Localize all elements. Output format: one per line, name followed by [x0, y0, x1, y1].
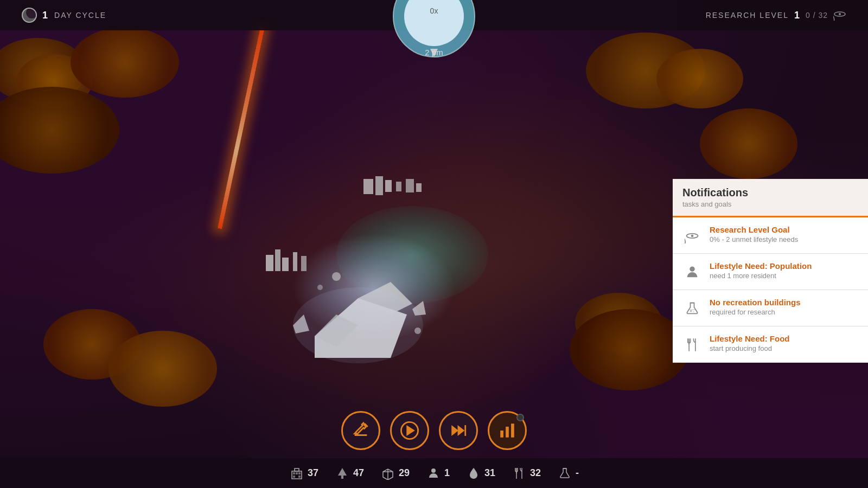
- resource-trees: 47: [335, 466, 364, 481]
- box-icon: [380, 466, 395, 481]
- resource-boxes: 29: [380, 466, 410, 481]
- notification-research-goal[interactable]: Research Level Goal 0% - 2 unmet lifesty…: [673, 217, 868, 254]
- stats-notification-dot: [516, 414, 524, 421]
- tree-cluster-11: [700, 108, 797, 179]
- clock-wheel-container: 0x 2 pm: [391, 0, 477, 60]
- atom-icon: [833, 8, 846, 23]
- moon-icon: [22, 8, 37, 23]
- tree-cluster-10: [570, 309, 689, 390]
- clock-time: 2 pm: [425, 48, 443, 57]
- notification-food[interactable]: Lifestyle Need: Food start producing foo…: [673, 326, 868, 363]
- recreation-desc: required for research: [710, 308, 858, 316]
- population-value: 1: [444, 467, 450, 479]
- svg-rect-44: [500, 431, 503, 438]
- recreation-title: No recreation buildings: [710, 298, 858, 307]
- tree-cluster-5: [656, 49, 743, 108]
- notification-population[interactable]: Lifestyle Need: Population need 1 more r…: [673, 254, 868, 290]
- play-button[interactable]: [390, 411, 429, 450]
- fast-forward-button[interactable]: [439, 411, 478, 450]
- svg-point-34: [690, 310, 692, 312]
- svg-marker-39: [406, 425, 415, 436]
- trees-value: 47: [353, 467, 364, 479]
- water-value: 31: [484, 467, 495, 479]
- day-number: 1: [42, 10, 49, 21]
- research-bar: RESEARCH LEVEL 1 0 / 32: [706, 8, 846, 23]
- svg-text:0x: 0x: [430, 7, 438, 15]
- notification-recreation[interactable]: No recreation buildings required for res…: [673, 290, 868, 326]
- svg-rect-46: [511, 423, 514, 438]
- tree-cluster-3: [71, 27, 179, 98]
- boxes-value: 29: [399, 467, 410, 479]
- buildings-value: 37: [308, 467, 318, 479]
- svg-rect-48: [293, 472, 295, 474]
- notifications-title: Notifications: [682, 187, 858, 199]
- population-icon: [682, 262, 702, 282]
- svg-rect-51: [293, 476, 295, 478]
- tree-icon: [335, 466, 350, 481]
- svg-marker-42: [458, 425, 465, 436]
- research-goal-content: Research Level Goal 0% - 2 unmet lifesty…: [710, 225, 858, 243]
- research-goal-desc: 0% - 2 unmet lifestyle needs: [710, 235, 858, 243]
- population-res-icon: [426, 466, 441, 481]
- svg-point-23: [839, 13, 841, 15]
- svg-point-31: [691, 235, 694, 237]
- notifications-panel: Notifications tasks and goals Research L…: [673, 179, 868, 363]
- food-value: 32: [530, 467, 541, 479]
- population-title: Lifestyle Need: Population: [710, 261, 858, 271]
- svg-rect-45: [506, 427, 509, 438]
- stats-button[interactable]: [488, 411, 527, 450]
- resource-food: 32: [512, 466, 541, 481]
- svg-marker-41: [451, 425, 458, 436]
- build-button[interactable]: [341, 411, 380, 450]
- research-progress: 0 / 32: [806, 11, 828, 20]
- crash-site-glow: [293, 233, 456, 342]
- svg-point-29: [685, 233, 687, 243]
- food-res-icon: [512, 466, 527, 481]
- population-desc: need 1 more resident: [710, 272, 858, 280]
- svg-marker-54: [338, 468, 347, 476]
- day-cycle: 1 DAY CYCLE: [22, 8, 106, 23]
- action-buttons: [341, 411, 527, 450]
- svg-point-35: [693, 311, 694, 312]
- resource-buildings: 37: [289, 466, 318, 481]
- bottom-bar: 37 47 29 1: [0, 458, 868, 488]
- research-goal-title: Research Level Goal: [710, 225, 858, 234]
- research-label: RESEARCH LEVEL: [706, 11, 789, 20]
- food-desc: start producing food: [710, 344, 858, 352]
- building-icon: [289, 466, 304, 481]
- notifications-header: Notifications tasks and goals: [673, 179, 868, 210]
- research-goal-icon: [682, 226, 702, 246]
- research-value: -: [576, 467, 579, 479]
- resource-water: 31: [466, 466, 495, 481]
- svg-rect-52: [298, 476, 301, 478]
- recreation-icon: [682, 299, 702, 318]
- svg-rect-50: [298, 472, 301, 474]
- clock-wheel: 0x 2 pm: [391, 0, 477, 60]
- food-title: Lifestyle Need: Food: [710, 334, 858, 343]
- svg-rect-53: [295, 468, 299, 471]
- food-content: Lifestyle Need: Food start producing foo…: [710, 334, 858, 352]
- svg-rect-49: [296, 472, 298, 474]
- resource-research: -: [557, 466, 579, 481]
- notifications-subtitle: tasks and goals: [682, 200, 858, 208]
- recreation-content: No recreation buildings required for res…: [710, 298, 858, 316]
- population-content: Lifestyle Need: Population need 1 more r…: [710, 261, 858, 280]
- day-cycle-label: DAY CYCLE: [54, 11, 106, 20]
- flask-icon: [557, 466, 572, 481]
- research-level: 1: [794, 10, 800, 21]
- food-icon: [682, 335, 702, 355]
- water-icon: [466, 466, 481, 481]
- svg-point-58: [431, 468, 436, 473]
- tree-cluster-8: [108, 331, 217, 407]
- svg-rect-55: [341, 476, 343, 479]
- svg-point-32: [690, 267, 694, 272]
- resource-population: 1: [426, 466, 450, 481]
